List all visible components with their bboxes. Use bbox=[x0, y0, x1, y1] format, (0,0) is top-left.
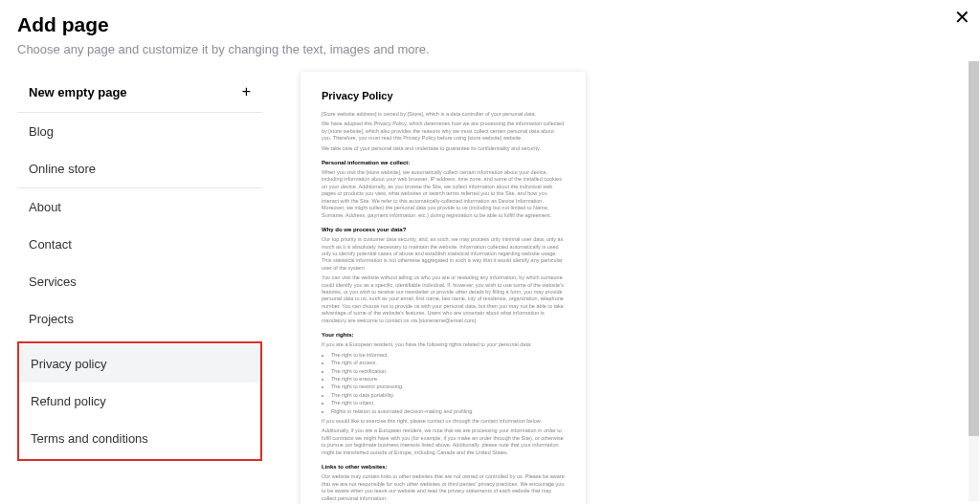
sidebar-item-blog[interactable]: Blog bbox=[17, 113, 262, 150]
sidebar: New empty page + Blog Online store About… bbox=[17, 64, 262, 504]
sidebar-item-terms[interactable]: Terms and conditions bbox=[19, 420, 260, 457]
sidebar-item-privacy-policy[interactable]: Privacy policy bbox=[19, 345, 260, 383]
header: Add page Choose any page and customize i… bbox=[0, 0, 980, 64]
sidebar-item-online-store[interactable]: Online store bbox=[17, 150, 262, 187]
highlighted-group: Privacy policy Refund policy Terms and c… bbox=[17, 341, 262, 461]
preview-text: [Store website address] is owned by [Sto… bbox=[322, 111, 565, 118]
list-item: The right of access. bbox=[331, 360, 565, 366]
list-item: Rights in relation to automated decision… bbox=[331, 408, 565, 415]
list-item: The right to erasure. bbox=[331, 376, 565, 383]
sidebar-item-services[interactable]: Services bbox=[17, 263, 262, 300]
sidebar-item-contact[interactable]: Contact bbox=[17, 226, 262, 263]
scrollbar-thumb[interactable] bbox=[969, 61, 979, 436]
preview-text: If you are a European resident, you have… bbox=[322, 341, 565, 348]
list-item: The right to restrict processing. bbox=[331, 383, 565, 390]
preview-text: When you visit the [store website], we a… bbox=[322, 169, 565, 219]
list-item: The right to object. bbox=[331, 400, 565, 406]
new-page-label: New empty page bbox=[29, 85, 127, 99]
preview-area: Privacy Policy [Store website address] i… bbox=[301, 64, 963, 504]
page-title: Add page bbox=[17, 13, 963, 36]
preview-title: Privacy Policy bbox=[322, 89, 565, 103]
preview-text: We have adopted this Privacy Policy, whi… bbox=[322, 121, 565, 142]
section-head: Your rights: bbox=[322, 331, 565, 339]
sidebar-item-projects[interactable]: Projects bbox=[17, 300, 262, 338]
preview-text: Our top priority is customer data securi… bbox=[322, 236, 565, 272]
page-subtitle: Choose any page and customize it by chan… bbox=[17, 42, 963, 56]
close-icon[interactable]: ✕ bbox=[954, 8, 970, 27]
rights-list: The right to be informed. The right of a… bbox=[322, 352, 565, 415]
preview-text: Additionally, if you are a European resi… bbox=[322, 427, 565, 456]
section-head: Links to other websites: bbox=[322, 463, 565, 471]
section-head: Why do we process your data? bbox=[322, 226, 565, 233]
sidebar-item-refund-policy[interactable]: Refund policy bbox=[19, 383, 260, 420]
list-item: The right to data portability. bbox=[331, 392, 565, 399]
scrollbar[interactable] bbox=[969, 61, 979, 501]
page-preview[interactable]: Privacy Policy [Store website address] i… bbox=[301, 72, 586, 504]
sidebar-item-about[interactable]: About bbox=[17, 188, 262, 226]
list-item: The right to be informed. bbox=[331, 352, 565, 359]
preview-text: You can visit the website without tellin… bbox=[322, 274, 565, 324]
list-item: The right to rectification. bbox=[331, 368, 565, 375]
new-empty-page-button[interactable]: New empty page + bbox=[17, 72, 262, 112]
plus-icon: + bbox=[242, 83, 251, 100]
preview-text: Our website may contain links to other w… bbox=[322, 473, 565, 502]
preview-text: If you would like to exercise this right… bbox=[322, 418, 565, 425]
preview-text: We take care of your personal data and u… bbox=[322, 145, 565, 152]
section-head: Personal information we collect: bbox=[322, 159, 565, 166]
